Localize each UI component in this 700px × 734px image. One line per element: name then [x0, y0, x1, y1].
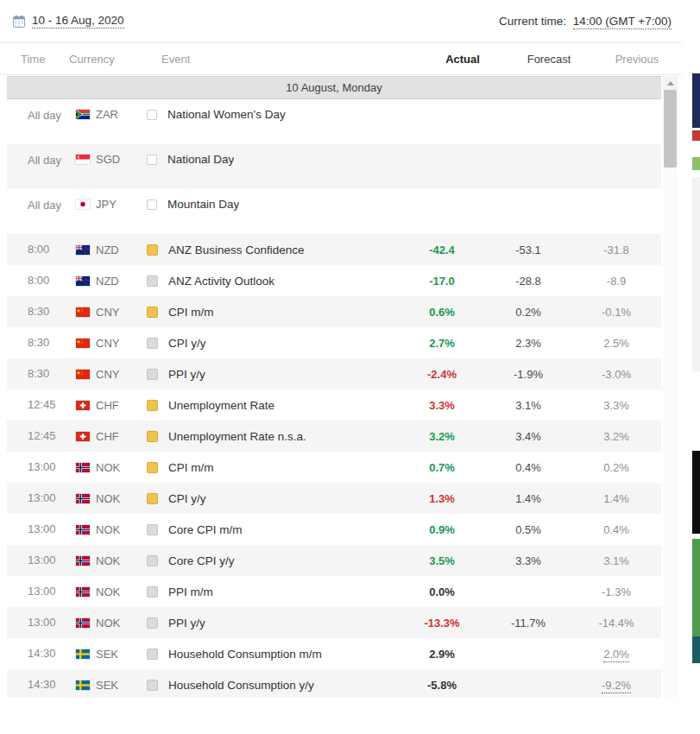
actual-value: 3.3% [399, 399, 485, 412]
table-row[interactable]: 12:45 CHF Unemployment Rate 3.3% 3.1% 3.… [7, 389, 661, 421]
previous-value: 2.0% [571, 648, 661, 661]
impact-yellow-icon [147, 431, 158, 442]
table-row[interactable]: 8:30 CNY CPI y/y 2.7% 2.3% 2.5% [7, 327, 661, 358]
clipped-element-fragment [692, 636, 700, 663]
actual-value: -42.4 [399, 244, 485, 256]
scrollbar[interactable] [663, 76, 678, 698]
row-time: 8:00 [28, 273, 67, 289]
event-name: CPI m/m [168, 306, 214, 319]
previous-value: -9.2% [571, 679, 661, 692]
header-forecast: Forecast [506, 53, 592, 66]
table-row[interactable]: 13:00 NOK CPI y/y 1.3% 1.4% 1.4% [7, 483, 661, 514]
actual-value: 0.0% [399, 585, 485, 598]
row-time: All day [28, 108, 67, 124]
event-name: CPI m/m [168, 461, 214, 474]
row-event: National Day [147, 153, 399, 166]
actual-value: -2.4% [399, 368, 485, 381]
currency-code: CNY [96, 368, 119, 381]
table-row[interactable]: 14:30 SEK Household Consumption m/m 2.9%… [7, 638, 661, 669]
event-name: Core CPI y/y [168, 554, 235, 567]
clipped-element-fragment [692, 177, 700, 371]
row-event: Unemployment Rate n.s.a. [147, 430, 399, 443]
date-range-link[interactable]: 10 - 16 Aug, 2020 [12, 14, 124, 28]
row-time: 13:00 [28, 584, 67, 600]
previous-value: 1.4% [571, 492, 661, 505]
table-row[interactable]: 8:30 CNY PPI y/y -2.4% -1.9% -3.0% [7, 358, 661, 389]
scroll-up-button[interactable] [663, 76, 678, 90]
impact-yellow-icon [147, 400, 158, 411]
table-row[interactable]: All day JPY Mountain Day [7, 189, 661, 234]
row-event: Household Consumption y/y [147, 679, 399, 692]
holiday-checkbox[interactable] [147, 199, 157, 210]
table-row[interactable]: 13:00 NOK CPI m/m 0.7% 0.4% 0.2% [7, 452, 661, 483]
forecast-value: 3.1% [485, 399, 571, 412]
holiday-checkbox[interactable] [147, 110, 157, 120]
current-time-label: Current time: [499, 15, 566, 28]
actual-value: 3.2% [399, 430, 485, 443]
current-time-value-link[interactable]: 14:00 (GMT +7:00) [573, 15, 672, 29]
previous-value: -0.1% [571, 306, 661, 319]
forecast-value: -28.8 [485, 275, 571, 288]
scroll-up-arrow-icon [667, 81, 674, 85]
row-event: Core CPI y/y [147, 554, 399, 567]
row-currency: CNY [67, 337, 147, 350]
table-row[interactable]: All day SGD National Day [7, 144, 661, 189]
table-row[interactable]: All day ZAR National Women's Day [7, 99, 661, 144]
table-row[interactable]: 13:00 NOK Core CPI m/m 0.9% 0.5% 0.4% [7, 514, 661, 545]
actual-value: -13.3% [399, 617, 485, 630]
china-flag-icon [76, 339, 90, 348]
row-currency: CNY [67, 368, 147, 381]
japan-flag-icon [76, 199, 90, 209]
event-name: Unemployment Rate [168, 399, 274, 412]
scrollbar-thumb[interactable] [664, 90, 677, 168]
previous-value: -3.0% [571, 368, 661, 381]
norway-flag-icon [76, 618, 90, 628]
row-event: CPI y/y [147, 492, 399, 505]
impact-yellow-icon [147, 493, 158, 504]
currency-code: NZD [96, 275, 119, 288]
table-row[interactable]: 12:45 CHF Unemployment Rate n.s.a. 3.2% … [7, 421, 661, 452]
sweden-flag-icon [76, 680, 90, 690]
calendar-rows: All day ZAR National Women's Day All day… [7, 99, 661, 698]
holiday-checkbox[interactable] [147, 155, 157, 165]
previous-value: 3.3% [571, 399, 661, 412]
row-currency: JPY [67, 198, 147, 211]
event-name: CPI y/y [168, 337, 206, 350]
row-time: 13:00 [28, 615, 67, 631]
previous-value: -1.3% [571, 585, 661, 598]
forecast-value: 1.4% [485, 492, 571, 505]
currency-code: NOK [96, 492, 120, 505]
previous-value: -31.8 [571, 244, 661, 256]
date-range-label: 10 - 16 Aug, 2020 [32, 14, 124, 28]
clipped-element-fragment [692, 130, 700, 141]
previous-value: 0.4% [571, 523, 661, 536]
row-time: 8:30 [28, 366, 67, 383]
calendar-scroll-area: 10 August, Monday All day ZAR National W… [7, 76, 661, 698]
calendar-icon [12, 15, 26, 28]
table-row[interactable]: 13:00 NOK PPI y/y -13.3% -11.7% -14.4% [7, 607, 661, 638]
currency-code: NOK [96, 554, 120, 567]
table-header-row: Time Currency Event Actual Forecast Prev… [0, 43, 682, 75]
impact-yellow-icon [147, 244, 158, 256]
row-time: 13:00 [28, 553, 67, 569]
previous-value: 0.2% [571, 461, 661, 474]
currency-code: CNY [96, 306, 119, 319]
currency-code: SEK [96, 648, 118, 661]
actual-value: 0.6% [399, 306, 485, 319]
currency-code: NOK [96, 617, 120, 630]
table-row[interactable]: 14:30 SEK Household Consumption y/y -5.8… [7, 669, 661, 698]
table-row[interactable]: 8:00 NZD ANZ Business Confidence -42.4 -… [7, 234, 661, 265]
row-time: 8:00 [28, 242, 67, 258]
event-name: PPI y/y [168, 617, 205, 630]
row-currency: CHF [67, 430, 147, 443]
table-row[interactable]: 8:30 CNY CPI m/m 0.6% 0.2% -0.1% [7, 296, 661, 327]
row-time: 8:30 [28, 335, 67, 351]
currency-code: NOK [96, 461, 120, 474]
row-currency: SGD [67, 153, 147, 166]
row-currency: SEK [67, 648, 147, 661]
table-row[interactable]: 8:00 NZD ANZ Activity Outlook -17.0 -28.… [7, 265, 661, 296]
currency-code: NOK [96, 585, 120, 598]
table-row[interactable]: 13:00 NOK Core CPI y/y 3.5% 3.3% 3.1% [7, 545, 661, 576]
table-row[interactable]: 13:00 NOK PPI m/m 0.0% -1.3% [7, 576, 661, 607]
currency-code: CHF [96, 399, 119, 412]
